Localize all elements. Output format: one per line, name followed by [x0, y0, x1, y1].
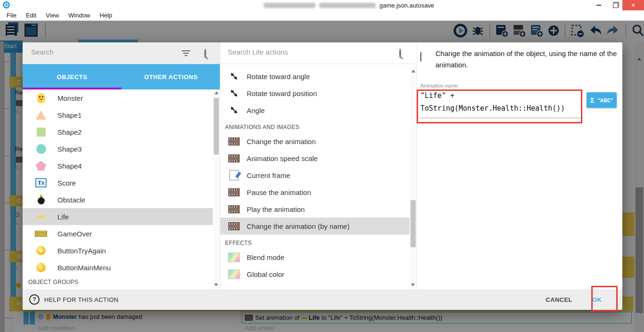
action-search-bar — [220, 42, 417, 64]
object-search-bar — [23, 42, 220, 64]
bomb-icon — [35, 195, 47, 204]
object-label: Life — [57, 213, 69, 221]
scroll-down-arrow[interactable] — [411, 283, 415, 286]
scrollbar-thumb[interactable] — [411, 200, 416, 247]
rotate-icon — [228, 105, 240, 115]
action-row[interactable]: Global color — [220, 266, 410, 283]
object-label: ButtonTryAgain — [57, 247, 106, 255]
action-row[interactable]: Blend mode — [220, 249, 410, 266]
action-label: Blend mode — [247, 253, 284, 261]
action-section-header: ANIMATIONS AND IMAGES — [220, 119, 410, 133]
abc-label: "ABC" — [598, 97, 613, 103]
object-label: Shape4 — [57, 162, 82, 170]
action-description: Change the animation of the object, usin… — [435, 48, 620, 71]
rotate-icon — [228, 89, 240, 98]
scroll-up-arrow[interactable] — [411, 70, 415, 73]
tab-other-actions[interactable]: OTHER ACTIONS — [121, 64, 220, 89]
filmstrip-icon — [228, 188, 240, 196]
object-row[interactable]: ButtonMainMenu — [23, 259, 213, 276]
annotation-ok-marker — [591, 286, 618, 312]
action-row-selected[interactable]: Change the animation (by name) — [220, 218, 410, 235]
object-row[interactable]: Shape3 — [23, 140, 213, 157]
action-row[interactable]: Rotate toward angle — [220, 68, 410, 85]
menu-file[interactable]: File — [2, 12, 21, 19]
object-row[interactable]: Shape2 — [23, 123, 213, 140]
app-window: Start C Re A Re A O A M A H ⚙ ⚙ Monster … — [0, 0, 644, 332]
menu-view[interactable]: View — [41, 12, 64, 19]
filmstrip-icon — [228, 154, 240, 162]
object-label: Shape2 — [57, 128, 82, 136]
object-row[interactable]: Score — [23, 174, 213, 191]
menu-help[interactable]: Help — [95, 12, 117, 19]
tab-objects[interactable]: OBJECTS — [23, 64, 121, 89]
text-object-icon — [35, 178, 47, 187]
object-list-scrollbar[interactable] — [213, 89, 220, 289]
dialog-footer: ? HELP FOR THIS ACTION CANCEL OK — [23, 289, 622, 310]
window-title: game.json.autosave — [264, 2, 434, 9]
action-label: Rotate toward angle — [247, 73, 310, 81]
object-row[interactable]: Monster — [23, 89, 213, 106]
object-label: Shape3 — [57, 145, 82, 153]
minimize-button[interactable] — [591, 0, 606, 10]
action-label: Current frame — [247, 171, 290, 179]
menu-window[interactable]: Window — [64, 12, 95, 19]
menu-edit[interactable]: Edit — [21, 12, 41, 19]
cancel-button[interactable]: CANCEL — [546, 296, 572, 303]
banner-icon — [35, 231, 47, 237]
action-row[interactable]: Play the animation — [220, 201, 410, 218]
action-row[interactable]: Pause the animation — [220, 184, 410, 201]
blurred-title-segment — [319, 3, 376, 8]
action-row[interactable]: Animation speed scale — [220, 150, 410, 167]
object-row[interactable]: GameOver — [23, 225, 213, 242]
rainbow-icon — [228, 269, 240, 279]
scroll-down-arrow[interactable] — [214, 283, 218, 286]
filmstrip-icon — [228, 205, 240, 213]
annotation-expression-marker — [417, 89, 582, 123]
object-label: Shape1 — [57, 111, 82, 119]
action-row[interactable]: Current frame — [220, 167, 410, 184]
action-row[interactable]: Change the animation — [220, 133, 410, 150]
hearts-icon — [35, 212, 47, 221]
help-icon[interactable]: ? — [29, 294, 40, 305]
action-list-scrollbar[interactable] — [410, 68, 417, 289]
action-label: Change the animation (by name) — [247, 222, 349, 230]
expression-editor-button[interactable]: Σ "ABC" — [587, 92, 617, 108]
help-link[interactable]: HELP FOR THIS ACTION — [44, 296, 119, 303]
field-label: Animation name — [420, 83, 458, 89]
action-label: Pause the animation — [247, 188, 311, 196]
action-row[interactable]: Angle — [220, 102, 410, 119]
object-label: Monster — [57, 94, 83, 102]
action-row[interactable]: Rotate toward position — [220, 85, 410, 102]
close-button[interactable]: × — [622, 0, 644, 10]
maximize-button[interactable] — [608, 0, 622, 10]
filmstrip-icon — [228, 138, 240, 146]
action-label: Global color — [247, 270, 284, 278]
left-panel-tabs: OBJECTS OTHER ACTIONS — [23, 64, 220, 89]
rotate-icon — [228, 72, 240, 81]
action-search-input[interactable] — [227, 48, 379, 57]
object-row[interactable]: Shape4 — [23, 157, 213, 174]
rainbow-icon — [228, 252, 240, 262]
object-row-selected[interactable]: Life — [23, 208, 213, 225]
triangle-icon — [35, 111, 47, 120]
object-row[interactable]: Obstacle — [23, 191, 213, 208]
filter-icon[interactable] — [182, 50, 190, 57]
frame-page-icon — [228, 170, 240, 180]
pentagon-icon — [35, 161, 47, 171]
action-editor-dialog: OBJECTS OTHER ACTIONS Monster Shape1 Sha… — [23, 42, 622, 310]
action-label: Animation speed scale — [247, 154, 318, 162]
scrollbar-thumb[interactable] — [214, 98, 219, 154]
action-label: Change the animation — [247, 138, 316, 146]
filmstrip-icon — [228, 222, 240, 230]
object-label: ButtonMainMenu — [57, 264, 111, 272]
monster-icon — [35, 93, 47, 103]
object-row[interactable]: ButtonTryAgain — [23, 242, 213, 259]
object-label: Obstacle — [57, 196, 85, 204]
scroll-up-arrow[interactable] — [215, 91, 218, 94]
search-icon[interactable] — [204, 49, 206, 58]
object-search-input[interactable] — [30, 48, 173, 57]
search-icon[interactable] — [399, 49, 401, 58]
titlebar: game.json.autosave × — [0, 0, 644, 10]
object-row[interactable]: Shape1 — [23, 106, 213, 123]
menubar: File Edit View Window Help — [0, 10, 644, 21]
